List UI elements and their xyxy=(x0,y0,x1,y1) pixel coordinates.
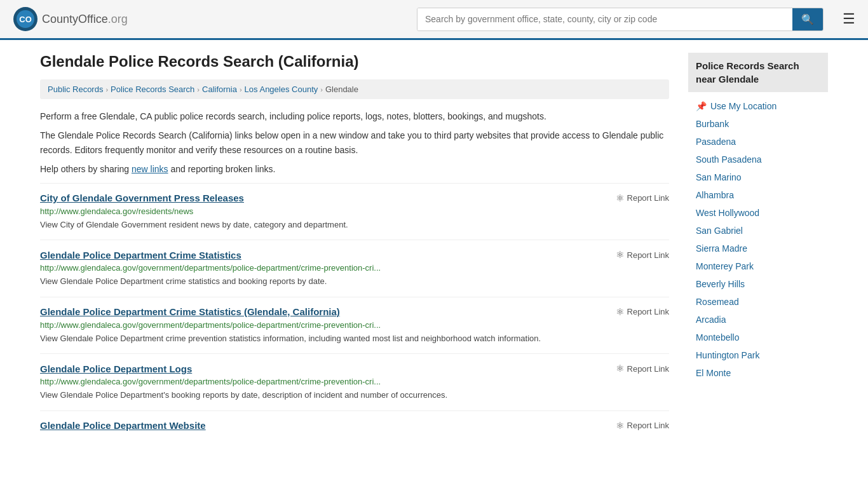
use-my-location-link[interactable]: Use My Location xyxy=(710,101,776,111)
result-description: View Glendale Police Department's bookin… xyxy=(40,389,669,402)
breadcrumb-sep: › xyxy=(320,86,323,93)
sidebar-item-pasadena[interactable]: Pasadena xyxy=(688,133,828,151)
svg-text:CO: CO xyxy=(19,15,32,24)
result-url: http://www.glendaleca.gov/government/dep… xyxy=(40,320,669,330)
result-link[interactable]: Glendale Police Department Crime Statist… xyxy=(40,250,241,261)
result-item: Glendale Police Department Logs ⚛ Report… xyxy=(40,353,669,410)
breadcrumb-sep: › xyxy=(197,86,200,93)
sidebar-item-alhambra[interactable]: Alhambra xyxy=(688,186,828,204)
sidebar-item-el-monte[interactable]: El Monte xyxy=(688,364,828,382)
site-header: CO CountyOffice.org 🔍 ☰ xyxy=(0,0,868,40)
result-link[interactable]: City of Glendale Government Press Releas… xyxy=(40,193,244,203)
sidebar-item-monterey-park[interactable]: Monterey Park xyxy=(688,257,828,275)
sidebar-use-location[interactable]: 📌 Use My Location xyxy=(688,97,828,115)
description-area: Perform a free Glendale, CA public polic… xyxy=(40,109,669,177)
result-item: Glendale Police Department Website ⚛ Rep… xyxy=(40,410,669,443)
breadcrumb-link-police-records[interactable]: Police Records Search xyxy=(111,85,194,94)
result-link[interactable]: Glendale Police Department Crime Statist… xyxy=(40,306,340,317)
breadcrumb-link-la-county[interactable]: Los Angeles County xyxy=(245,85,318,94)
breadcrumb-current: Glendale xyxy=(325,85,358,94)
desc-paragraph-3: Help others by sharing new links and rep… xyxy=(40,162,669,176)
sidebar-item-rosemead[interactable]: Rosemead xyxy=(688,293,828,311)
report-icon: ⚛ xyxy=(616,249,624,261)
report-link-button[interactable]: ⚛ Report Link xyxy=(616,193,669,204)
search-icon: 🔍 xyxy=(801,14,814,25)
sidebar-item-beverly-hills[interactable]: Beverly Hills xyxy=(688,275,828,293)
desc-paragraph-2: The Glendale Police Records Search (Cali… xyxy=(40,128,669,157)
result-header: Glendale Police Department Crime Statist… xyxy=(40,249,669,261)
breadcrumb: Public Records › Police Records Search ›… xyxy=(40,79,669,99)
result-title: City of Glendale Government Press Releas… xyxy=(40,193,244,203)
search-input[interactable] xyxy=(417,8,792,30)
results-list: City of Glendale Government Press Releas… xyxy=(40,183,669,443)
report-link-button[interactable]: ⚛ Report Link xyxy=(616,363,669,374)
result-header: Glendale Police Department Logs ⚛ Report… xyxy=(40,363,669,374)
result-url: http://www.glendaleca.gov/residents/news xyxy=(40,207,669,216)
result-item: Glendale Police Department Crime Statist… xyxy=(40,240,669,297)
sidebar-item-montebello[interactable]: Montebello xyxy=(688,329,828,346)
result-link[interactable]: Glendale Police Department Website xyxy=(40,420,206,431)
result-url: http://www.glendaleca.gov/government/dep… xyxy=(40,263,669,273)
sidebar-item-sierra-madre[interactable]: Sierra Madre xyxy=(688,240,828,257)
report-link-button[interactable]: ⚛ Report Link xyxy=(616,306,669,318)
result-title: Glendale Police Department Crime Statist… xyxy=(40,250,241,261)
sidebar-item-south-pasadena[interactable]: South Pasadena xyxy=(688,151,828,168)
result-title: Glendale Police Department Crime Statist… xyxy=(40,306,340,317)
location-pin-icon: 📌 xyxy=(696,101,707,111)
result-item: City of Glendale Government Press Releas… xyxy=(40,183,669,240)
result-url: http://www.glendaleca.gov/government/dep… xyxy=(40,377,669,386)
main-container: Glendale Police Records Search (Californ… xyxy=(21,40,847,456)
breadcrumb-link-public-records[interactable]: Public Records xyxy=(48,85,103,94)
sidebar-item-west-hollywood[interactable]: West Hollywood xyxy=(688,204,828,222)
new-links-link[interactable]: new links xyxy=(132,164,168,174)
sidebar-item-arcadia[interactable]: Arcadia xyxy=(688,311,828,329)
menu-icon[interactable]: ☰ xyxy=(843,11,855,27)
report-icon: ⚛ xyxy=(616,420,624,431)
report-link-button[interactable]: ⚛ Report Link xyxy=(616,249,669,261)
sidebar-item-huntington-park[interactable]: Huntington Park xyxy=(688,346,828,364)
breadcrumb-sep: › xyxy=(240,86,242,93)
result-description: View City of Glendale Government residen… xyxy=(40,219,669,231)
desc-paragraph-1: Perform a free Glendale, CA public polic… xyxy=(40,109,669,123)
sidebar-item-burbank[interactable]: Burbank xyxy=(688,115,828,133)
search-button[interactable]: 🔍 xyxy=(792,8,823,30)
result-description: View Glendale Police Department crime st… xyxy=(40,275,669,288)
logo-text: CountyOffice.org xyxy=(42,13,128,26)
result-item: Glendale Police Department Crime Statist… xyxy=(40,297,669,354)
search-bar: 🔍 xyxy=(417,8,824,31)
sidebar: Police Records Search near Glendale 📌 Us… xyxy=(688,53,828,443)
sidebar-item-san-gabriel[interactable]: San Gabriel xyxy=(688,222,828,240)
breadcrumb-link-california[interactable]: California xyxy=(202,85,237,94)
report-icon: ⚛ xyxy=(616,306,624,318)
report-icon: ⚛ xyxy=(616,363,624,374)
breadcrumb-sep: › xyxy=(105,86,108,93)
result-header: City of Glendale Government Press Releas… xyxy=(40,193,669,204)
site-logo[interactable]: CO CountyOffice.org xyxy=(13,6,128,32)
report-icon: ⚛ xyxy=(616,193,624,204)
content-area: Glendale Police Records Search (Californ… xyxy=(40,53,669,443)
page-title: Glendale Police Records Search (Californ… xyxy=(40,53,669,71)
result-header: Glendale Police Department Crime Statist… xyxy=(40,306,669,318)
result-description: View Glendale Police Department crime pr… xyxy=(40,332,669,345)
result-link[interactable]: Glendale Police Department Logs xyxy=(40,363,192,374)
report-link-button[interactable]: ⚛ Report Link xyxy=(616,420,669,431)
result-header: Glendale Police Department Website ⚛ Rep… xyxy=(40,420,669,431)
result-title: Glendale Police Department Website xyxy=(40,420,206,431)
sidebar-title: Police Records Search near Glendale xyxy=(688,53,828,92)
sidebar-item-san-marino[interactable]: San Marino xyxy=(688,168,828,186)
logo-icon: CO xyxy=(13,6,38,32)
result-title: Glendale Police Department Logs xyxy=(40,363,192,374)
